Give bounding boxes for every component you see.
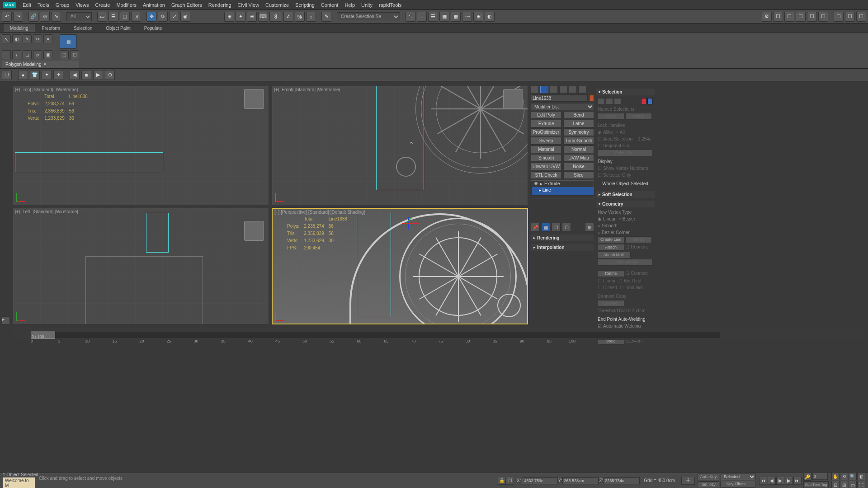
ext-c-button[interactable]: ☐ — [856, 12, 866, 22]
rollout-rendering[interactable]: Rendering — [531, 235, 594, 241]
menu-grapheditors[interactable]: Graph Editors — [171, 2, 202, 8]
connect-check[interactable]: ☐ Connect — [625, 270, 647, 277]
snap-toggle[interactable]: 3 — [269, 12, 282, 22]
orbit-gizmo[interactable] — [497, 294, 521, 317]
bindlast-check[interactable]: ☐ Bind last — [620, 284, 642, 291]
mod-prooptimizer[interactable]: ProOptimizer — [531, 128, 561, 136]
x-coord-field[interactable] — [522, 477, 558, 484]
select-name-button[interactable]: ☰ — [108, 12, 118, 22]
menu-tools[interactable]: Tools — [38, 2, 49, 8]
stack-unique-button[interactable]: ☐ — [552, 223, 561, 232]
cmd-hierarchy-tab[interactable] — [550, 86, 558, 93]
rib-border-button[interactable]: ◻ — [23, 50, 32, 59]
render-setup-button[interactable]: ⚙ — [762, 12, 772, 22]
all-radio[interactable]: ○ All — [616, 129, 625, 136]
sub-star-button[interactable]: ✦ — [53, 70, 63, 80]
copy-button[interactable]: Copy — [598, 113, 624, 120]
selection-set-dropdown[interactable]: Create Selection Se — [337, 12, 400, 21]
viewport-front-label[interactable]: [+] [Front] [Standard] [Wireframe] — [274, 87, 340, 92]
ext-a-button[interactable]: ☐ — [834, 12, 844, 22]
object-name-field[interactable] — [531, 94, 588, 102]
key-mode-dropdown[interactable]: Selected — [721, 473, 756, 480]
attach-button[interactable]: Attach — [598, 244, 624, 251]
cmd-utilities-tab[interactable] — [578, 86, 586, 93]
eye-icon[interactable]: 👁 — [534, 181, 538, 186]
menu-modifiers[interactable]: Modifiers — [116, 2, 137, 8]
bcorner-radio[interactable]: ○ Bezier Corner — [598, 229, 630, 236]
fov-button[interactable]: ◐ — [857, 472, 865, 480]
mod-extrude[interactable]: Extrude — [531, 120, 561, 127]
render-a-button[interactable]: ☐ — [784, 12, 794, 22]
cmd-modify-tab[interactable] — [540, 86, 548, 93]
max-toggle-button[interactable]: ⛶ — [857, 481, 865, 488]
viewport-front[interactable]: [+] [Front] [Standard] [Wireframe] ↖ — [272, 86, 528, 205]
set-key-button[interactable]: Set Key — [698, 481, 719, 488]
create-line-button[interactable]: Create Line — [598, 236, 624, 243]
rib-vertex-button[interactable]: ⋅ — [2, 50, 11, 59]
next-frame-button[interactable]: ▶ — [785, 477, 793, 485]
viewcube-left[interactable] — [244, 221, 264, 241]
tab-populate[interactable]: Populate — [138, 24, 168, 32]
mod-symmetry[interactable]: Symmetry — [563, 128, 594, 136]
sel-color-2[interactable] — [647, 98, 653, 104]
layers-button[interactable]: ☰ — [428, 12, 438, 22]
segment-end-check[interactable]: ☐ Segment End — [598, 142, 631, 149]
select-place-button[interactable]: ◉ — [180, 12, 190, 22]
region-zoom-button[interactable]: ▭ — [849, 481, 857, 488]
stack-config-button[interactable]: ⊞ — [585, 223, 594, 232]
rib-y-button[interactable]: ☐ — [70, 50, 79, 59]
menu-edit[interactable]: Edit — [23, 2, 31, 8]
stack-line[interactable]: ▸ Line — [531, 187, 594, 196]
spinner-snap-button[interactable]: ↕ — [306, 12, 316, 22]
keyboard-shortcut-button[interactable]: ⌨ — [258, 12, 268, 22]
stack-pin-button[interactable]: 📌 — [531, 223, 540, 232]
select-object-button[interactable]: ▭ — [97, 12, 107, 22]
viewport-perspective[interactable]: [+] [Perspective] [Standard] [Default Sh… — [272, 208, 528, 324]
viewcube-top[interactable] — [244, 89, 264, 109]
prev-frame-button[interactable]: ◀ — [768, 477, 776, 485]
refine-button[interactable]: Refine — [598, 270, 624, 277]
add-key-button[interactable]: + — [681, 477, 695, 485]
key-mode-toggle[interactable]: 🔑 — [803, 473, 811, 481]
mod-unwrapuvw[interactable]: Unwrap UVW — [531, 163, 561, 170]
mirror-button[interactable]: ⇋ — [406, 12, 415, 22]
reorient-check[interactable]: ☐ Reorient — [625, 244, 648, 250]
linear-radio[interactable]: ◉ Linear — [598, 216, 616, 222]
attach-mult-button[interactable]: Attach Mult. — [598, 252, 631, 258]
render-d-button[interactable]: ☐ — [818, 12, 828, 22]
bind-button[interactable]: ∿ — [51, 12, 61, 22]
area-selection-check[interactable]: ☐ Area Selection: — [598, 136, 634, 142]
move-gizmo[interactable] — [402, 217, 415, 230]
unlink-button[interactable]: ⊘ — [40, 12, 50, 22]
mod-uvwmap[interactable]: UVW Map — [563, 154, 594, 162]
schematic-button[interactable]: ⊞ — [473, 12, 483, 22]
isolate-button[interactable]: ☐ — [506, 477, 514, 485]
cmd-motion-tab[interactable] — [559, 86, 567, 93]
toggle-b-button[interactable]: ▦ — [451, 12, 461, 22]
mod-normal[interactable]: Normal — [563, 145, 594, 153]
curve-editor-button[interactable]: 〰 — [462, 12, 472, 22]
menu-customize[interactable]: Customize — [265, 2, 289, 8]
menu-group[interactable]: Group — [56, 2, 70, 8]
viewport-left-label[interactable]: [+] [Left] [Standard] [Wireframe] — [15, 209, 78, 214]
link-button[interactable]: 🔗 — [28, 12, 38, 22]
mod-lathe[interactable]: Lathe — [563, 120, 594, 127]
edit-selection-button[interactable]: ✎ — [321, 12, 331, 22]
alike-radio[interactable]: ◉ Alike — [598, 129, 613, 136]
subobj-spline[interactable] — [614, 98, 621, 104]
add-time-tag-button[interactable]: Add Time Tag — [803, 481, 829, 488]
render-c-button[interactable]: ☐ — [807, 12, 817, 22]
bindfirst-check[interactable]: ☐ Bind first — [618, 277, 642, 284]
goto-end-button[interactable]: ⏭ — [793, 477, 802, 485]
sub-record-button[interactable]: ⊙ — [105, 70, 115, 80]
mod-bend[interactable]: Bend — [563, 111, 594, 119]
linear2-check[interactable]: ☐ Linear — [598, 277, 616, 284]
mod-material[interactable]: Material — [531, 145, 561, 153]
menu-views[interactable]: Views — [75, 2, 89, 8]
subobj-vertex[interactable] — [598, 98, 605, 104]
align-button[interactable]: ≡ — [417, 12, 427, 22]
sub-scene-button[interactable]: ☐ — [2, 70, 12, 80]
menu-scripting[interactable]: Scripting — [295, 2, 315, 8]
mod-editpoly[interactable]: Edit Poly — [531, 111, 561, 119]
show-vertex-numbers-check[interactable]: ☐ Show Vertex Numbers — [598, 165, 648, 172]
